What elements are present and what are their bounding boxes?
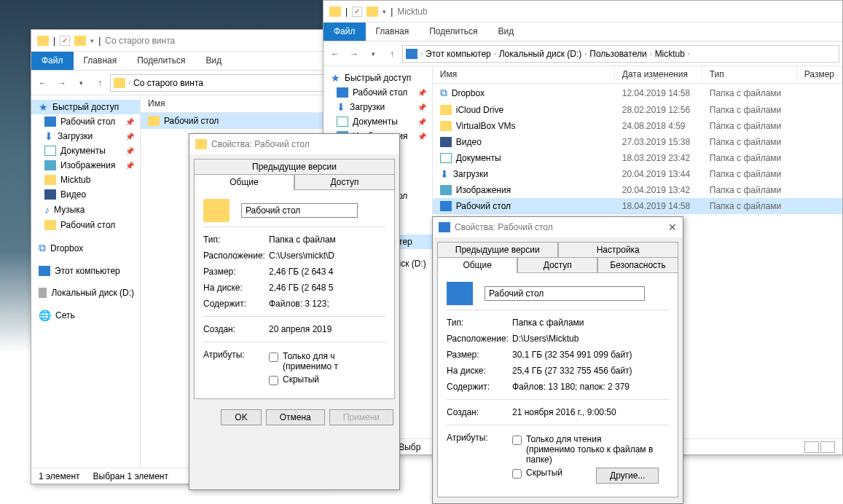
sidebar-disk[interactable]: Локальный диск (D:) (31, 286, 140, 300)
chevron-down-icon[interactable]: ▾ (383, 8, 386, 15)
readonly-checkbox[interactable] (512, 436, 522, 445)
sidebar-dropbox[interactable]: ⧉Dropbox (31, 240, 140, 256)
sidebar-item[interactable]: Рабочий стол📌 (324, 85, 432, 100)
sidebar-this-pc[interactable]: Этот компьютер (31, 264, 140, 278)
file-row[interactable]: VirtualBox VMs24.08.2018 4:59Папка с фай… (433, 118, 842, 134)
forward-button[interactable]: → (345, 45, 363, 63)
prop-value: Папка с файлами (512, 318, 584, 328)
tab-security[interactable]: Безопасность (597, 257, 678, 273)
sidebar-item[interactable]: Изображения📌 (31, 158, 140, 173)
prop-label: Расположение: (203, 251, 269, 261)
readonly-checkbox[interactable] (269, 353, 278, 362)
file-row[interactable]: Рабочий стол (141, 113, 327, 129)
history-button[interactable]: ▾ (364, 45, 382, 63)
prop-label: Содержит: (203, 299, 269, 309)
tab-general[interactable]: Общие (437, 257, 517, 273)
titlebar[interactable]: | ✓ ▾ | Micktub (324, 1, 842, 23)
tab-share[interactable]: Поделиться (419, 23, 487, 41)
col-name[interactable]: Имя (141, 95, 327, 112)
dialog-titlebar[interactable]: Свойства: Рабочий стол (189, 134, 399, 154)
tab-view[interactable]: Вид (195, 52, 232, 70)
close-button[interactable]: ✕ (668, 221, 677, 233)
sidebar-quick-access[interactable]: ★Быстрый доступ (31, 100, 140, 114)
file-row[interactable]: ⬇Загрузки20.04.2019 13:44Папка с файлами (433, 166, 842, 182)
tab-customize[interactable]: Настройка (558, 242, 679, 258)
tab-access[interactable]: Доступ (517, 257, 597, 273)
breadcrumb[interactable]: Со старого винта (133, 78, 203, 88)
col-name[interactable]: Имя (433, 66, 615, 83)
video-icon (44, 189, 56, 200)
file-date: 27.03.2019 15:38 (615, 135, 702, 149)
apply-button[interactable]: Примени (329, 409, 393, 425)
address-bar[interactable]: ›Этот компьютер ›Локальный диск (D:) ›По… (402, 45, 839, 63)
breadcrumb[interactable]: Micktub (655, 49, 685, 59)
forward-button[interactable]: → (53, 74, 71, 92)
chevron-down-icon[interactable]: ▾ (90, 37, 94, 44)
sidebar-item[interactable]: ♪Музыка (31, 202, 140, 218)
folder-name-input[interactable] (485, 286, 645, 301)
sidebar-item[interactable]: Документы📌 (31, 143, 140, 158)
view-details-button[interactable] (804, 441, 819, 453)
sidebar-item[interactable]: Рабочий стол📌 (31, 114, 140, 129)
file-row[interactable]: Видео27.03.2019 15:38Папка с файлами (433, 134, 842, 150)
sidebar-item[interactable]: Micktub (31, 173, 140, 187)
prop-value: D:\Users\Micktub (512, 334, 579, 344)
tab-previous-versions[interactable]: Предыдущие версии (194, 159, 395, 175)
sidebar-network[interactable]: 🌐Сеть (31, 307, 140, 323)
tab-home[interactable]: Главная (74, 52, 128, 70)
tab-file[interactable]: Файл (324, 23, 366, 41)
folder-name-input[interactable] (241, 203, 358, 218)
col-size[interactable]: Размер (797, 66, 842, 83)
label: Быстрый доступ (52, 102, 119, 112)
sidebar-quick-access[interactable]: ★Быстрый доступ (324, 71, 432, 85)
back-button[interactable]: ← (34, 74, 52, 92)
file-date: 18.03.2019 23:42 (615, 151, 702, 165)
tab-access[interactable]: Доступ (294, 174, 395, 190)
sidebar-item[interactable]: Документы📌 (324, 114, 432, 129)
sidebar-item[interactable]: ⬇Загрузки📌 (324, 100, 432, 114)
hidden-checkbox[interactable] (269, 376, 278, 385)
tab-home[interactable]: Главная (366, 23, 420, 41)
breadcrumb[interactable]: Пользователи (589, 49, 646, 59)
tab-general[interactable]: Общие (194, 174, 294, 190)
breadcrumb[interactable]: Этот компьютер (426, 49, 491, 59)
sidebar-item[interactable]: Рабочий стол (31, 218, 140, 232)
file-row[interactable]: ⧉Dropbox12.04.2019 14:58Папка с файлами (433, 84, 842, 102)
cancel-button[interactable]: Отмена (266, 409, 325, 425)
sidebar-item[interactable]: ⬇Загрузки📌 (31, 129, 140, 143)
ok-button[interactable]: OK (221, 409, 261, 425)
pin-icon: 📌 (417, 133, 426, 141)
col-type[interactable]: Тип (702, 66, 797, 83)
tab-previous-versions[interactable]: Предыдущие версии (437, 242, 558, 258)
disk-icon (39, 288, 47, 298)
prop-value: 2,46 ГБ (2 643 4 (269, 267, 333, 277)
file-row[interactable]: iCloud Drive28.02.2019 12:56Папка с файл… (433, 102, 842, 118)
tab-file[interactable]: Файл (31, 52, 74, 70)
titlebar[interactable]: | ✓ ▾ | Со старого винта (31, 30, 327, 52)
pin-icon: 📌 (125, 147, 134, 155)
up-button[interactable]: ↑ (91, 74, 109, 92)
file-row[interactable]: Документы18.03.2019 23:42Папка с файлами (433, 150, 842, 166)
ribbon: Файл Главная Поделиться Вид (31, 52, 327, 71)
col-date[interactable]: Дата изменения (615, 66, 702, 83)
file-row[interactable]: Рабочий стол18.04.2019 14:58Папка с файл… (433, 198, 842, 214)
tab-view[interactable]: Вид (487, 23, 524, 41)
file-date: 12.04.2019 14:58 (615, 87, 702, 100)
other-button[interactable]: Другие... (596, 468, 659, 484)
check-icon[interactable]: ✓ (60, 36, 70, 46)
hidden-checkbox[interactable] (512, 469, 522, 479)
view-icons-button[interactable] (820, 441, 835, 453)
up-button[interactable]: ↑ (383, 45, 401, 63)
prop-label: Расположение: (447, 334, 512, 344)
address-bar[interactable]: › Со старого винта (110, 74, 324, 92)
history-button[interactable]: ▾ (72, 74, 90, 92)
pin-icon: 📌 (125, 162, 134, 170)
file-row[interactable]: Изображения20.04.2019 13:42Папка с файла… (433, 182, 842, 198)
breadcrumb[interactable]: Локальный диск (D:) (499, 49, 582, 59)
sidebar-item[interactable]: Видео (31, 187, 140, 202)
tab-share[interactable]: Поделиться (127, 52, 195, 70)
dialog-titlebar[interactable]: Свойства: Рабочий стол ✕ (433, 217, 683, 237)
label: Сеть (55, 310, 75, 320)
back-button[interactable]: ← (326, 45, 344, 63)
check-icon[interactable]: ✓ (352, 7, 362, 17)
